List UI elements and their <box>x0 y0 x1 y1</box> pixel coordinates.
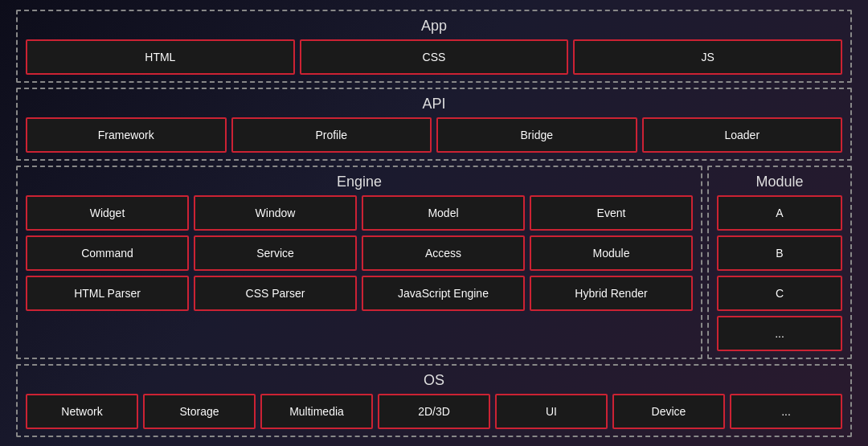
box-storage: Storage <box>143 394 256 429</box>
box-css: CSS <box>300 39 569 75</box>
box-js: JS <box>573 39 842 75</box>
box-module-dots: ... <box>717 316 842 351</box>
os-layer: OS Network Storage Multimedia 2D/3D UI D… <box>16 364 852 437</box>
box-2d3d: 2D/3D <box>378 394 490 429</box>
architecture-diagram: App HTML CSS JS API Framework Profile Br… <box>16 10 852 437</box>
box-bridge: Bridge <box>436 117 637 153</box>
module-grid: A B C ... <box>717 195 842 351</box>
os-title: OS <box>26 372 842 389</box>
box-html: HTML <box>26 39 295 75</box>
box-widget: Widget <box>26 195 189 231</box>
box-framework: Framework <box>26 117 227 153</box>
app-boxes-row: HTML CSS JS <box>26 39 842 75</box>
api-title: API <box>26 96 842 113</box>
engine-module-container: Engine Widget Window Model Event Command… <box>16 166 852 359</box>
box-module-a: A <box>717 195 842 231</box>
api-layer: API Framework Profile Bridge Loader <box>16 88 852 161</box>
box-model: Model <box>362 195 525 231</box>
os-boxes-row: Network Storage Multimedia 2D/3D UI Devi… <box>26 394 842 429</box>
engine-title: Engine <box>26 174 693 190</box>
engine-layer: Engine Widget Window Model Event Command… <box>16 166 702 359</box>
box-ui: UI <box>495 394 608 429</box>
box-module-b: B <box>717 235 842 271</box>
box-event: Event <box>530 195 693 231</box>
app-layer: App HTML CSS JS <box>16 10 852 83</box>
box-network: Network <box>26 394 138 429</box>
app-title: App <box>26 18 842 35</box>
module-title: Module <box>717 174 842 190</box>
api-boxes-row: Framework Profile Bridge Loader <box>26 117 842 153</box>
box-multimedia: Multimedia <box>260 394 373 429</box>
box-js-engine: JavaScript Engine <box>362 276 525 311</box>
engine-grid: Widget Window Model Event Command Servic… <box>26 195 693 311</box>
box-hybrid-render: Hybrid Render <box>530 276 693 311</box>
box-command: Command <box>26 235 189 271</box>
box-device: Device <box>612 394 725 429</box>
box-access: Access <box>362 235 525 271</box>
box-window: Window <box>194 195 357 231</box>
box-html-parser: HTML Parser <box>26 276 189 311</box>
box-profile: Profile <box>231 117 432 153</box>
module-layer: Module A B C ... <box>707 166 852 359</box>
box-module: Module <box>530 235 693 271</box>
box-loader: Loader <box>642 117 843 153</box>
box-service: Service <box>194 235 357 271</box>
box-module-c: C <box>717 276 842 311</box>
box-os-dots: ... <box>730 394 842 429</box>
box-css-parser: CSS Parser <box>194 276 357 311</box>
